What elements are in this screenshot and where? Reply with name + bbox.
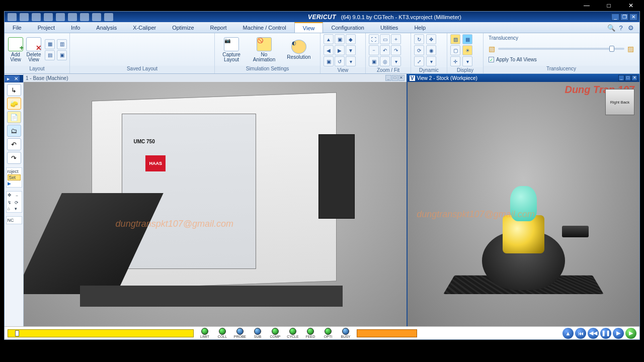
view-reverse-icon[interactable]: ↺ (335, 56, 345, 66)
tree-play-icon[interactable]: ▶ (8, 181, 21, 186)
menu-view[interactable]: View (294, 22, 324, 33)
add-view-button[interactable]: + Add View (8, 35, 24, 64)
fit-all-icon[interactable]: ▣ (369, 56, 379, 66)
view-save-icon[interactable]: ▣ (324, 56, 334, 66)
zoom-window-icon[interactable]: ▭ (380, 34, 390, 44)
view2-max-icon[interactable]: □ (625, 75, 631, 81)
pan-icon[interactable]: ✥ (426, 34, 436, 44)
fit-sel-icon[interactable]: ◎ (380, 56, 390, 66)
menu-machine-control[interactable]: Machine / Control (235, 22, 294, 33)
menu-report[interactable]: Report (202, 22, 235, 33)
os-close-button[interactable]: ✕ (620, 1, 642, 11)
orbit-icon[interactable]: ◉ (426, 45, 436, 55)
tree-more-icon[interactable]: ▾ (15, 206, 21, 211)
playback-pause-button[interactable]: ❚❚ (600, 328, 611, 339)
playback-rewind-button[interactable]: ⏮ (575, 328, 586, 339)
view-left-icon[interactable]: ◀ (324, 45, 334, 55)
display-color-icon[interactable]: ▦ (462, 34, 472, 44)
app-minimize-button[interactable]: _ (611, 14, 619, 21)
view1-max-icon[interactable]: □ (392, 75, 398, 81)
zoom-prev-icon[interactable]: ↶ (380, 45, 390, 55)
view-cube-gizmo[interactable]: Right Back (605, 89, 634, 115)
playback-step-button[interactable]: ▶ (613, 328, 624, 339)
qat-open-icon[interactable] (8, 13, 17, 21)
rotate-icon[interactable]: ↻ (414, 34, 424, 44)
view1-close-icon[interactable]: ✕ (398, 75, 405, 81)
zoom-out-icon[interactable]: － (369, 45, 379, 55)
settings-gear-icon[interactable]: ⚙ (627, 24, 634, 31)
menu-configuration[interactable]: Configuration (323, 22, 372, 33)
search-icon[interactable]: 🔍 (607, 24, 614, 31)
display-wire-icon[interactable]: ▢ (450, 45, 460, 55)
tree-move-icon[interactable]: ✥ (8, 193, 14, 199)
view2-titlebar[interactable]: V View 2 - Stock (Workpiece) _ □ ✕ (408, 74, 639, 82)
view1-canvas[interactable]: UMC 750 HAAS dungtranspkt107@gmail.com (24, 82, 407, 326)
playback-back-button[interactable]: ◀◀ (588, 328, 599, 339)
view1-titlebar[interactable]: 1 - Base (Machine) _ □ ✕ (24, 74, 407, 82)
help-icon[interactable]: ? (617, 24, 624, 31)
menu-info[interactable]: Info (63, 22, 88, 33)
qat-info-icon[interactable] (44, 13, 53, 21)
undo-tool-icon[interactable]: ↶ (7, 138, 21, 150)
delete-view-button[interactable]: ✕ Delete View (26, 35, 42, 64)
notes-tool-icon[interactable]: 📄 (7, 111, 21, 123)
view-back-icon[interactable]: ▼ (346, 45, 356, 55)
tree-link-icon[interactable]: ↯ (8, 200, 14, 205)
display-light-icon[interactable]: ☀ (462, 45, 472, 55)
view2-close-icon[interactable]: ✕ (631, 75, 637, 81)
app-restore-button[interactable]: ❐ (620, 14, 628, 21)
menu-analysis[interactable]: Analysis (88, 22, 125, 33)
view-more-icon[interactable]: ▾ (346, 56, 356, 66)
display-shade-icon[interactable]: ▨ (450, 34, 460, 44)
tree-del-icon[interactable]: － (15, 193, 21, 199)
view2-canvas[interactable]: Dung Tran 107 Right Back dungtranspkt107… (408, 82, 639, 326)
menu-xcaliper[interactable]: X-Caliper (125, 22, 164, 33)
tree-setup-node[interactable]: Set (8, 174, 21, 180)
view-iso-icon[interactable]: ◆ (346, 34, 356, 44)
layout-preset2-icon[interactable]: ▥ (57, 39, 67, 49)
menu-help[interactable]: Help (406, 22, 434, 33)
dyn-zoom-icon[interactable]: ⤢ (414, 56, 424, 66)
qat-save-icon[interactable] (20, 13, 29, 21)
menu-optimize[interactable]: Optimize (164, 22, 202, 33)
qat-layout1-icon[interactable] (56, 13, 65, 21)
dyn-more-icon[interactable]: ▾ (426, 56, 436, 66)
tree-home-icon[interactable]: ⌂ (8, 206, 14, 211)
project-tree-panel[interactable]: roject Set ▶ (6, 167, 22, 188)
qat-refresh-icon[interactable] (104, 13, 113, 21)
resolution-button[interactable]: ◐ Resolution (283, 35, 314, 64)
capture-layout-button[interactable]: 📷 Capture Layout (218, 35, 245, 64)
view-right-icon[interactable]: ▶ (335, 45, 345, 55)
eraser-tool-icon[interactable]: 🧽 (7, 98, 21, 110)
redo-tool-icon[interactable]: ↷ (7, 152, 21, 164)
translucency-slider[interactable] (498, 48, 624, 50)
os-maximize-button[interactable]: □ (598, 1, 620, 11)
view-top-icon[interactable]: ▲ (324, 34, 334, 44)
app-close-button[interactable]: ✕ (629, 14, 637, 21)
playback-start-button[interactable]: ▲ (562, 328, 574, 339)
qat-tool-icon[interactable] (32, 13, 41, 21)
menu-project[interactable]: Project (30, 22, 63, 33)
menu-file[interactable]: File (5, 22, 30, 33)
menu-utilities[interactable]: Utilities (372, 22, 406, 33)
layout-preset4-icon[interactable]: ▣ (57, 50, 67, 60)
no-animation-button[interactable]: 🚫 No Animation (249, 35, 279, 64)
progress-thumb[interactable] (15, 330, 19, 336)
qat-layout3-icon[interactable] (80, 13, 89, 21)
view1-min-icon[interactable]: _ (385, 75, 391, 81)
tree-nc-node[interactable]: NC (6, 216, 22, 224)
view-front-icon[interactable]: ▣ (335, 34, 345, 44)
simulation-progress-bar[interactable] (8, 329, 194, 337)
view2-min-icon[interactable]: _ (618, 75, 624, 81)
zoom-next-icon[interactable]: ↷ (391, 45, 401, 55)
qat-layout4-icon[interactable] (92, 13, 101, 21)
zoom-more-icon[interactable]: ▾ (391, 56, 401, 66)
layout-preset3-icon[interactable]: ▤ (45, 50, 55, 60)
playback-play-button[interactable]: ▶ (625, 328, 636, 339)
status-speed-bar[interactable] (357, 329, 417, 337)
slider-thumb[interactable] (609, 46, 614, 52)
zoom-fit-icon[interactable]: ⛶ (369, 34, 379, 44)
apply-all-views-checkbox[interactable]: ✓ Apply To All Views (486, 55, 637, 62)
left-tab-close-icon[interactable]: ✕ (12, 75, 20, 82)
layout-preset1-icon[interactable]: ▦ (45, 39, 55, 49)
